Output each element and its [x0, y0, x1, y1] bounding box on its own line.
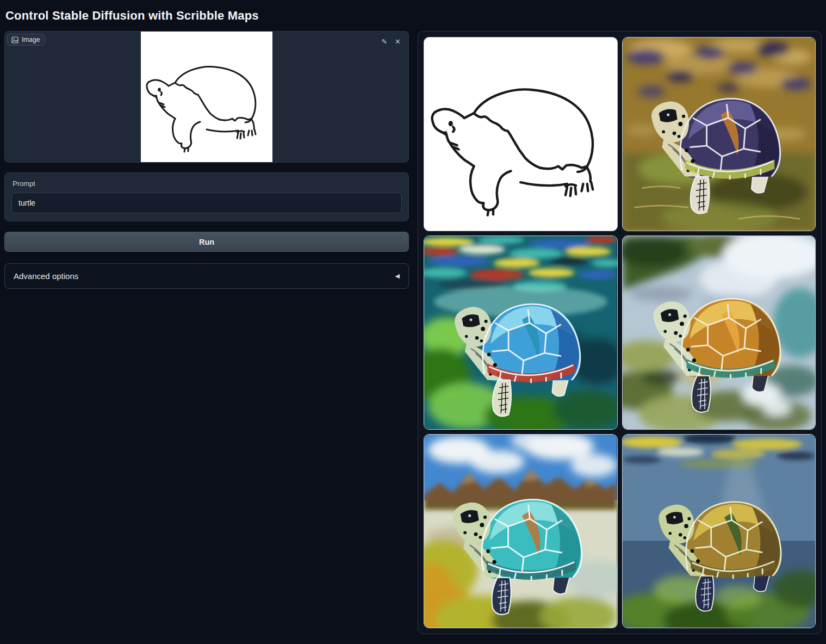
page-title: Control Stable Diffusion with Scribble M… [5, 9, 822, 22]
prompt-block: Prompt [4, 172, 409, 221]
prompt-label: Prompt [13, 179, 402, 188]
turtle-scribble-drawing [424, 38, 617, 231]
gallery-item-result-2[interactable] [424, 236, 618, 430]
turtle-photo-art [623, 435, 816, 628]
controls-column: Image ✎ ✕ Prompt [4, 31, 409, 289]
gallery-item-result-4[interactable] [424, 434, 618, 628]
scribble-canvas[interactable] [141, 32, 272, 162]
image-input-panel: Image ✎ ✕ [4, 31, 409, 163]
image-icon [11, 36, 18, 44]
turtle-scribble-drawing [141, 32, 272, 162]
pencil-icon: ✎ [381, 38, 387, 46]
turtle-photo-art [424, 435, 617, 628]
turtle-photo-art [623, 38, 816, 231]
turtle-photo-art [623, 236, 816, 429]
gallery-item-result-5[interactable] [622, 434, 816, 628]
image-label-badge: Image [7, 34, 45, 46]
collapse-arrow-icon: ◀ [395, 273, 400, 280]
output-gallery [418, 31, 822, 634]
gallery-item-scribble[interactable] [424, 37, 618, 231]
close-icon: ✕ [395, 38, 401, 46]
app-page: Control Stable Diffusion with Scribble M… [0, 0, 826, 639]
turtle-photo-art [424, 236, 617, 429]
edit-image-button[interactable]: ✎ [380, 37, 388, 46]
clear-image-button[interactable]: ✕ [394, 37, 402, 46]
prompt-input[interactable] [11, 193, 402, 213]
image-panel-actions: ✎ ✕ [380, 37, 402, 46]
advanced-options-label: Advanced options [14, 271, 78, 281]
image-label: Image [22, 36, 40, 44]
advanced-options-accordion[interactable]: Advanced options ◀ [4, 263, 409, 289]
run-button[interactable]: Run [4, 232, 409, 252]
gallery-item-result-3[interactable] [622, 236, 816, 430]
gallery-item-result-1[interactable] [622, 37, 816, 231]
